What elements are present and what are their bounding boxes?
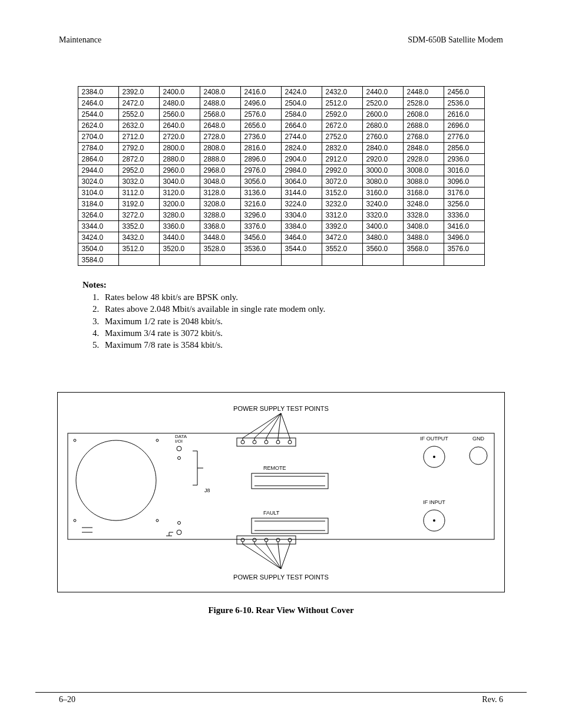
table-cell: 2680.0 [362,120,403,131]
table-cell: 3416.0 [444,221,484,232]
table-cell: 2736.0 [240,131,281,143]
table-cell: 3264.0 [78,210,118,221]
rear-view-diagram: POWER SUPPLY TEST POINTS [57,392,505,615]
table-cell: 2928.0 [403,154,444,165]
notes-heading: Notes: [82,280,527,290]
table-cell: 2576.0 [240,109,281,120]
svg-point-18 [76,440,156,521]
svg-point-13 [276,440,280,444]
gnd-label: GND [472,436,485,442]
table-cell: 3408.0 [403,221,444,232]
svg-point-57 [288,538,292,542]
table-cell: 2960.0 [159,165,200,176]
svg-point-51 [253,538,256,542]
footer-left: 6–20 [59,695,75,704]
table-cell: 2528.0 [403,98,444,109]
table-cell: 2544.0 [78,109,118,120]
table-cell: 2424.0 [281,87,322,98]
table-cell: 2480.0 [159,98,200,109]
table-cell: 3064.0 [281,176,322,187]
table-cell: 2920.0 [362,154,403,165]
svg-point-9 [253,440,256,444]
table-cell: 2712.0 [118,131,159,143]
table-cell: 2560.0 [159,109,200,120]
table-cell: 3032.0 [118,176,159,187]
table-cell: 2464.0 [78,98,118,109]
table-cell: 2392.0 [118,87,159,98]
table-cell: 2400.0 [159,87,200,98]
table-cell: 2720.0 [159,131,200,143]
table-cell: 2688.0 [403,120,444,131]
notes-list: Rates below 48 kbit/s are BPSK only.Rate… [101,291,527,351]
table-cell: 3288.0 [200,210,240,221]
table-cell: 3280.0 [159,210,200,221]
svg-point-44 [433,456,435,458]
j8-label: J8 [204,487,210,493]
table-cell: 2624.0 [78,120,118,131]
table-cell: 3112.0 [118,187,159,199]
table-cell: 2800.0 [159,143,200,154]
svg-point-28 [178,522,181,525]
table-cell: 3512.0 [118,243,159,255]
table-cell: 3464.0 [281,232,322,243]
header-right: SDM-650B Satellite Modem [408,35,503,45]
table-cell: 2536.0 [444,98,484,109]
table-cell: 2488.0 [200,98,240,109]
table-cell: 3560.0 [362,243,403,255]
table-cell: 2520.0 [362,98,403,109]
svg-point-21 [74,519,76,522]
table-cell: 2592.0 [322,109,362,120]
table-cell: 3184.0 [78,199,118,210]
table-cell: 2944.0 [78,165,118,176]
notes-item: Maximum 1/2 rate is 2048 kbit/s. [101,315,527,327]
table-cell: 2768.0 [403,131,444,143]
svg-point-11 [265,440,268,444]
table-cell: 3432.0 [118,232,159,243]
svg-rect-37 [252,473,328,489]
figure-caption: Figure 6-10. Rear View Without Cover [57,605,505,615]
table-cell [362,255,403,266]
table-cell: 2880.0 [159,154,200,165]
table-cell: 3536.0 [240,243,281,255]
header-left: Maintenance [59,35,101,45]
svg-point-53 [265,538,268,542]
table-cell: 2808.0 [200,143,240,154]
table-cell: 2784.0 [78,143,118,154]
table-cell: 2744.0 [281,131,322,143]
table-cell: 3256.0 [444,199,484,210]
table-cell: 3136.0 [240,187,281,199]
table-cell: 2792.0 [118,143,159,154]
table-cell: 3144.0 [281,187,322,199]
table-cell: 3568.0 [403,243,444,255]
diagram-svg: POWER SUPPLY TEST POINTS [57,392,505,592]
table-cell: 3016.0 [444,165,484,176]
table-cell: 3000.0 [362,165,403,176]
table-cell: 3072.0 [322,176,362,187]
svg-rect-0 [58,393,505,592]
table-cell: 2776.0 [444,131,484,143]
table-cell: 3056.0 [240,176,281,187]
bottom-test-points-label: POWER SUPPLY TEST POINTS [233,574,329,581]
table-cell: 2888.0 [200,154,240,165]
table-cell: 3584.0 [78,255,118,266]
table-cell [240,255,281,266]
table-cell: 3552.0 [322,243,362,255]
table-cell: 2824.0 [281,143,322,154]
table-cell: 2704.0 [78,131,118,143]
table-cell: 3544.0 [281,243,322,255]
svg-line-2 [254,413,281,438]
table-cell [159,255,200,266]
table-cell: 3456.0 [240,232,281,243]
table-cell: 3024.0 [78,176,118,187]
table-cell: 2448.0 [403,87,444,98]
table-cell: 2512.0 [322,98,362,109]
table-cell: 3152.0 [322,187,362,199]
page-header: Maintenance SDM-650B Satellite Modem [35,35,527,45]
table-cell: 2832.0 [322,143,362,154]
table-cell: 2568.0 [200,109,240,120]
table-cell: 3096.0 [444,176,484,187]
table-cell: 3240.0 [362,199,403,210]
table-cell: 3296.0 [240,210,281,221]
page-footer: 6–20 Rev. 6 [35,692,527,704]
table-cell: 3208.0 [200,199,240,210]
